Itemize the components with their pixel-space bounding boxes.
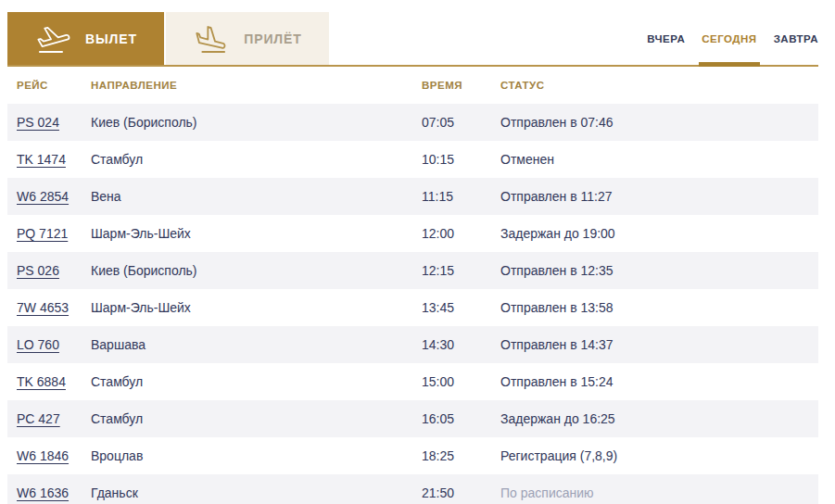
table-row: W6 2854 Вена 11:15 Отправлен в 11:27: [7, 178, 818, 215]
flight-link[interactable]: PS 024: [17, 115, 59, 130]
column-header-status: СТАТУС: [500, 80, 818, 91]
flight-link[interactable]: PS 026: [17, 263, 59, 278]
flight-board: ВЫЛЕТ ПРИЛЁТ ВЧЕРА СЕГОДНЯ ЗАВТРА РЕЙС Н…: [7, 12, 818, 504]
table-header: РЕЙС НАПРАВЛЕНИЕ ВРЕМЯ СТАТУС: [7, 67, 818, 104]
status-cell: Отправлен в 13:58: [500, 300, 818, 315]
tab-departure-label: ВЫЛЕТ: [85, 32, 137, 46]
table-row: LO 760 Варшава 14:30 Отправлен в 14:37: [7, 326, 818, 363]
flight-link[interactable]: W6 1636: [17, 485, 69, 500]
destination-cell: Варшава: [91, 337, 422, 352]
flight-link[interactable]: 7W 4653: [17, 300, 69, 315]
time-cell: 12:00: [422, 226, 500, 241]
destination-cell: Киев (Борисполь): [91, 263, 422, 278]
time-cell: 21:50: [422, 485, 500, 500]
status-cell: Отправлен в 14:37: [500, 337, 818, 352]
table-row: TK 1474 Стамбул 10:15 Отменен: [7, 141, 818, 178]
flight-link[interactable]: PQ 7121: [17, 226, 68, 241]
status-cell: Отправлен в 11:27: [500, 189, 818, 204]
table-row: W6 1636 Гданьск 21:50 По расписанию: [7, 474, 818, 504]
column-header-destination: НАПРАВЛЕНИЕ: [91, 80, 422, 91]
plane-landing-icon: [193, 22, 232, 56]
table-row: 7W 4653 Шарм-Эль-Шейх 13:45 Отправлен в …: [7, 289, 818, 326]
flight-link[interactable]: W6 1846: [17, 448, 69, 463]
table-row: PS 026 Киев (Борисполь) 12:15 Отправлен …: [7, 252, 818, 289]
table-body: PS 024 Киев (Борисполь) 07:05 Отправлен …: [7, 104, 818, 504]
column-header-flight: РЕЙС: [17, 80, 91, 91]
flight-link[interactable]: TK 6884: [17, 374, 66, 389]
time-cell: 12:15: [422, 263, 500, 278]
tabs-row: ВЫЛЕТ ПРИЛЁТ ВЧЕРА СЕГОДНЯ ЗАВТРА: [7, 12, 818, 65]
status-cell: По расписанию: [500, 485, 818, 500]
table-row: W6 1846 Вроцлав 18:25 Регистрация (7,8,9…: [7, 437, 818, 474]
tab-yesterday[interactable]: ВЧЕРА: [647, 12, 685, 65]
flight-link[interactable]: TK 1474: [17, 152, 66, 167]
status-cell: Задержан до 19:00: [500, 226, 818, 241]
table-row: PS 024 Киев (Борисполь) 07:05 Отправлен …: [7, 104, 818, 141]
destination-cell: Стамбул: [91, 411, 422, 426]
tab-departure[interactable]: ВЫЛЕТ: [7, 12, 164, 65]
flight-link[interactable]: W6 2854: [17, 189, 69, 204]
status-cell: Задержан до 16:25: [500, 411, 818, 426]
time-cell: 16:05: [422, 411, 500, 426]
status-cell: Отменен: [500, 152, 818, 167]
destination-cell: Шарм-Эль-Шейх: [91, 226, 422, 241]
time-cell: 13:45: [422, 300, 500, 315]
tab-arrival[interactable]: ПРИЛЁТ: [166, 12, 329, 65]
table-row: PC 427 Стамбул 16:05 Задержан до 16:25: [7, 400, 818, 437]
time-cell: 14:30: [422, 337, 500, 352]
tab-today[interactable]: СЕГОДНЯ: [702, 12, 756, 65]
status-cell: Отправлен в 12:35: [500, 263, 818, 278]
flight-link[interactable]: PC 427: [17, 411, 60, 426]
tab-tomorrow[interactable]: ЗАВТРА: [774, 12, 818, 65]
time-cell: 15:00: [422, 374, 500, 389]
date-tabs: ВЧЕРА СЕГОДНЯ ЗАВТРА: [647, 12, 818, 65]
destination-cell: Стамбул: [91, 374, 422, 389]
destination-cell: Стамбул: [91, 152, 422, 167]
status-cell: Отправлен в 07:46: [500, 115, 818, 130]
table-row: PQ 7121 Шарм-Эль-Шейх 12:00 Задержан до …: [7, 215, 818, 252]
time-cell: 10:15: [422, 152, 500, 167]
plane-takeoff-icon: [34, 22, 73, 56]
status-cell: Регистрация (7,8,9): [500, 448, 818, 463]
flight-link[interactable]: LO 760: [17, 337, 59, 352]
destination-cell: Гданьск: [91, 485, 422, 500]
column-header-time: ВРЕМЯ: [422, 80, 500, 91]
time-cell: 18:25: [422, 448, 500, 463]
destination-cell: Вена: [91, 189, 422, 204]
time-cell: 07:05: [422, 115, 500, 130]
destination-cell: Киев (Борисполь): [91, 115, 422, 130]
status-cell: Отправлен в 15:24: [500, 374, 818, 389]
destination-cell: Вроцлав: [91, 448, 422, 463]
destination-cell: Шарм-Эль-Шейх: [91, 300, 422, 315]
time-cell: 11:15: [422, 189, 500, 204]
table-row: TK 6884 Стамбул 15:00 Отправлен в 15:24: [7, 363, 818, 400]
tab-arrival-label: ПРИЛЁТ: [244, 32, 302, 46]
